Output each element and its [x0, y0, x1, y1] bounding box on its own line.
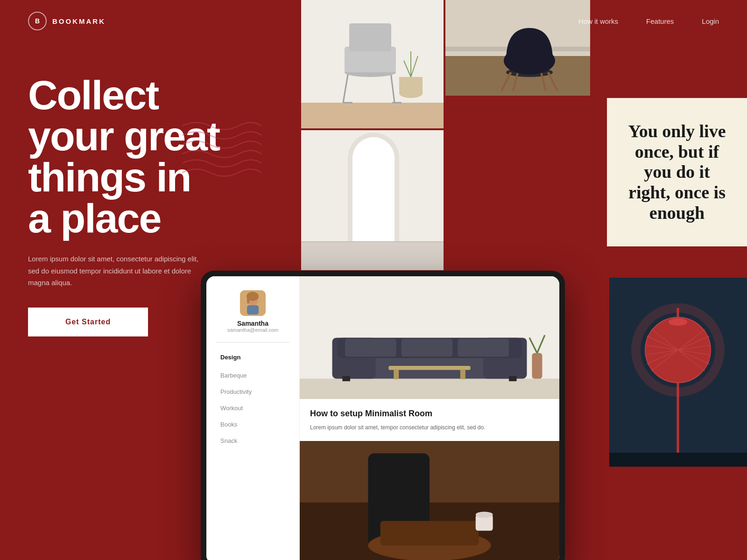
- article-title: How to setup Minimalist Room: [310, 408, 549, 419]
- sidebar-item-workout[interactable]: Workout: [216, 400, 290, 416]
- quote-text: You only live once, but if you do it rig…: [626, 121, 728, 223]
- tablet-sidebar: Samantha samantha@email.com Design Barbe…: [206, 276, 300, 560]
- logo-area[interactable]: B BOOKMARK: [28, 12, 106, 30]
- svg-rect-66: [402, 339, 453, 357]
- tablet-mockup: Samantha samantha@email.com Design Barbe…: [201, 271, 565, 560]
- svg-rect-25: [301, 242, 444, 270]
- tablet-bottom-image: [300, 441, 559, 560]
- nav-features[interactable]: Features: [646, 17, 674, 25]
- tablet-user-profile: Samantha samantha@email.com: [216, 290, 290, 343]
- svg-rect-71: [394, 370, 399, 379]
- tablet-username: Samantha: [237, 320, 268, 327]
- tablet-content-area: How to setup Minimalist Room Lorem ipsum…: [300, 276, 559, 560]
- hero-description: Lorem ipsum dolor sit amet, consectetur …: [28, 253, 205, 289]
- svg-rect-58: [247, 305, 259, 315]
- svg-rect-52: [609, 453, 747, 467]
- svg-rect-68: [342, 376, 350, 381]
- quote-box: You only live once, but if you do it rig…: [607, 98, 747, 246]
- svg-rect-1: [301, 103, 444, 128]
- tablet-article-card: How to setup Minimalist Room Lorem ipsum…: [300, 399, 559, 441]
- sidebar-item-barbeque[interactable]: Barbeque: [216, 367, 290, 384]
- svg-rect-73: [532, 353, 542, 379]
- avatar: [240, 290, 266, 316]
- nav-login[interactable]: Login: [702, 17, 719, 25]
- get-started-button[interactable]: Get Started: [28, 308, 148, 336]
- nav-how-it-works[interactable]: How it works: [578, 17, 618, 25]
- svg-point-29: [352, 137, 395, 179]
- logo-text: BOOKMARK: [52, 17, 106, 25]
- nav-links: How it works Features Login: [578, 17, 719, 25]
- svg-rect-80: [381, 521, 479, 546]
- svg-rect-70: [388, 366, 471, 370]
- svg-point-51: [669, 318, 687, 326]
- sidebar-item-snack[interactable]: Snack: [216, 433, 290, 449]
- svg-rect-11: [399, 77, 423, 93]
- tablet-frame: Samantha samantha@email.com Design Barbe…: [201, 271, 565, 560]
- wave-decoration: [177, 112, 261, 187]
- svg-rect-72: [460, 370, 465, 379]
- svg-rect-57: [247, 296, 249, 303]
- svg-rect-69: [509, 376, 516, 381]
- svg-point-82: [476, 511, 493, 518]
- sidebar-item-productivity[interactable]: Productivity: [216, 384, 290, 400]
- tablet-email: samantha@email.com: [227, 327, 279, 333]
- logo-icon: B: [28, 12, 47, 30]
- navigation: B BOOKMARK How it works Features Login: [0, 0, 747, 42]
- tablet-screen: Samantha samantha@email.com Design Barbe…: [206, 276, 559, 560]
- svg-rect-30: [301, 241, 444, 242]
- tablet-top-image: [300, 276, 559, 399]
- article-description: Lorem ipsum dolor sit amet, tempor conse…: [310, 423, 549, 432]
- photo-room-middle: [301, 130, 444, 270]
- sidebar-item-books[interactable]: Books: [216, 416, 290, 433]
- svg-rect-67: [458, 339, 509, 357]
- svg-rect-65: [345, 339, 396, 357]
- tablet-nav-section-label: Design: [216, 354, 290, 361]
- svg-rect-60: [300, 378, 559, 399]
